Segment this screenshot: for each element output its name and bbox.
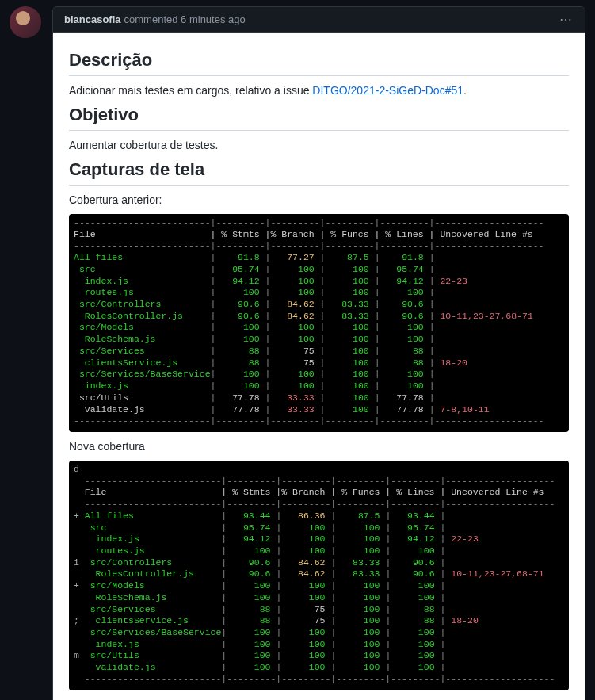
coverage-before-terminal: -------------------------|---------|----… xyxy=(69,214,569,432)
comment-card: biancasofia commented 6 minutes ago ⋯ De… xyxy=(52,6,585,700)
comment-author[interactable]: biancasofia xyxy=(64,13,121,25)
avatar[interactable] xyxy=(10,6,41,38)
objective-paragraph: Aumentar cobertura de testes. xyxy=(69,139,569,151)
description-paragraph: Adicionar mais testes em cargos, relativ… xyxy=(69,84,569,97)
heading-screenshots: Capturas de tela xyxy=(69,159,569,186)
coverage-after-label: Nova cobertura xyxy=(69,440,569,453)
coverage-after-terminal: d -------------------------|---------|--… xyxy=(69,461,569,690)
heading-description: Descrição xyxy=(69,50,569,76)
comment-body: Descrição Adicionar mais testes em cargo… xyxy=(53,33,585,700)
comment-time[interactable]: 6 minutes ago xyxy=(181,13,246,25)
issue-link[interactable]: DITGO/2021-2-SiGeD-Doc#51 xyxy=(312,84,463,97)
coverage-before-label: Cobertura anterior: xyxy=(69,193,569,206)
comment-action: commented xyxy=(124,13,178,25)
heading-objective: Objetivo xyxy=(69,105,569,131)
comment-header: biancasofia commented 6 minutes ago ⋯ xyxy=(53,7,585,33)
kebab-menu-icon[interactable]: ⋯ xyxy=(559,12,574,27)
